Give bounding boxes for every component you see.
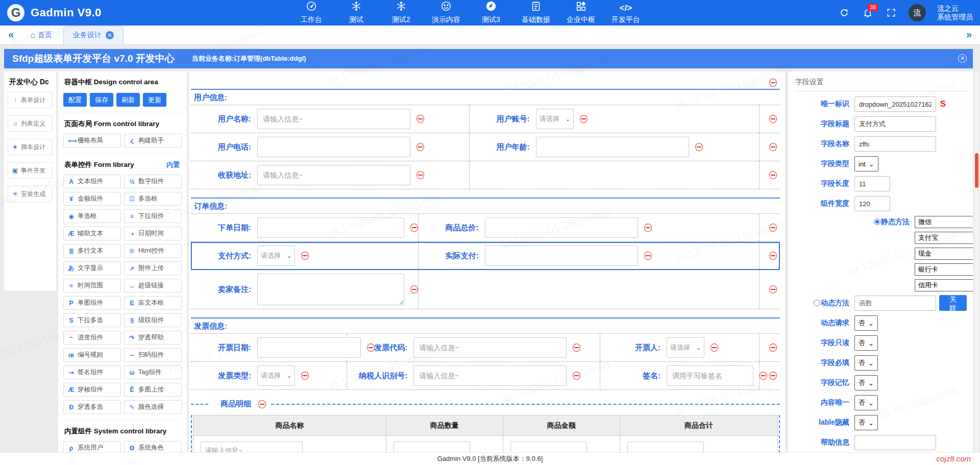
settings-select-字段记忆[interactable]: 否⌄	[854, 375, 878, 390]
action-button-配置[interactable]: 配置	[63, 93, 87, 107]
component-签名组件[interactable]: ⇝签名组件	[63, 365, 121, 379]
component-穿透帮助[interactable]: ↷穿透帮助	[124, 331, 182, 345]
field-input[interactable]	[413, 365, 567, 386]
remove-icon[interactable]	[410, 224, 418, 232]
remove-icon[interactable]	[769, 372, 777, 380]
remove-icon[interactable]	[416, 171, 424, 179]
form-row[interactable]: 下单日期:商品总价:	[191, 214, 780, 242]
settings-select-lable隐藏[interactable]: 否⌄	[854, 415, 878, 430]
remove-icon[interactable]	[769, 252, 777, 260]
remove-icon[interactable]	[301, 252, 309, 260]
form-row[interactable]: 用户电话:用户年龄:	[191, 133, 780, 161]
action-button-刷新[interactable]: 刷新	[116, 93, 140, 107]
form-row[interactable]: 收获地址:	[191, 161, 780, 189]
component-多选框[interactable]: ☑多选框	[124, 192, 182, 206]
sidebar-item-安装生成[interactable]: ✳安装生成	[8, 186, 53, 202]
top-nav-item-3[interactable]: 测试2	[381, 0, 422, 28]
static-option-input[interactable]	[915, 279, 973, 291]
remove-icon[interactable]	[573, 344, 580, 352]
refresh-icon[interactable]	[838, 7, 850, 19]
table-cell-input[interactable]	[510, 442, 587, 452]
remove-icon[interactable]	[760, 372, 767, 380]
top-nav-item-2[interactable]: 测试	[336, 0, 377, 28]
settings-input-字段标题[interactable]	[854, 116, 936, 132]
component-附件上传[interactable]: ⇗附件上传	[124, 261, 182, 275]
component-Html控件[interactable]: ©Html控件	[124, 244, 182, 258]
user-info[interactable]: 流之云 系统管理员	[937, 4, 973, 21]
static-option-input[interactable]	[915, 216, 973, 228]
sidebar-item-表单设计[interactable]: ↑表单设计	[8, 92, 53, 108]
component-下拉多选[interactable]: S下拉多选	[63, 313, 121, 327]
notifications-bell-icon[interactable]: 39	[862, 7, 874, 19]
form-row[interactable]: 支付方式:请选择⌄实际支付:	[191, 242, 780, 270]
remove-icon[interactable]	[416, 115, 424, 123]
field-select[interactable]: 请选择⌄	[257, 246, 295, 266]
remove-icon[interactable]	[769, 285, 777, 293]
remove-icon[interactable]	[769, 143, 777, 151]
settings-select-内容唯一[interactable]: 否⌄	[854, 395, 878, 410]
settings-select-动态请求[interactable]: 否⌄	[854, 315, 878, 331]
remove-icon[interactable]	[416, 143, 424, 151]
dynamic-function-input[interactable]	[854, 296, 936, 311]
table-cell-input[interactable]	[394, 442, 470, 452]
settings-select-字段类型[interactable]: int⌄	[854, 156, 878, 172]
field-select[interactable]: 请选择⌄	[667, 337, 704, 358]
component-富文本框[interactable]: E富文本框	[124, 296, 182, 310]
system-component-系统用户[interactable]: ρ系统用户	[63, 441, 121, 452]
tab-close-icon[interactable]: ✕	[106, 31, 114, 39]
component-文字显示[interactable]: あ文字显示	[63, 261, 121, 275]
radio-unselected-icon[interactable]	[814, 300, 820, 306]
component-辅助文本[interactable]: Æ辅助文本	[63, 227, 121, 240]
tab-home[interactable]: ⌂ 首页	[22, 31, 63, 44]
component-单图组件[interactable]: P单图组件	[63, 296, 121, 310]
sidebar-item-事件开发[interactable]: ▣事件开发	[8, 162, 53, 179]
top-nav-item-8[interactable]: </>开发平台	[605, 1, 646, 28]
top-nav-item-6[interactable]: 基础数据	[516, 0, 556, 28]
component-进度组件[interactable]: ~进度组件	[63, 331, 121, 345]
component-金额组件[interactable]: ¥金额组件	[63, 192, 121, 206]
component-穿透多选[interactable]: Ð穿透多选	[63, 400, 121, 414]
vertical-scrollbar[interactable]	[974, 71, 979, 452]
user-avatar[interactable]: 流	[909, 4, 926, 21]
component-时间范围[interactable]: ≈时间范围	[63, 279, 121, 292]
form-row[interactable]: 发票类型:请选择⌄纳税人识别号:签名:	[191, 362, 780, 390]
component-多行文本[interactable]: ≣多行文本	[63, 244, 121, 258]
static-option-input[interactable]	[915, 232, 973, 244]
remove-icon[interactable]	[695, 143, 703, 151]
component-超级链接[interactable]: ↔超级链接	[124, 279, 182, 292]
scrollbar-thumb[interactable]	[975, 153, 978, 188]
field-textarea[interactable]	[257, 274, 404, 305]
form-row[interactable]: 卖家备注:	[191, 270, 780, 309]
action-button-保存[interactable]: 保存	[90, 93, 113, 107]
layout-item-构建助手[interactable]: ς构建助手	[124, 134, 182, 148]
top-nav-item-7[interactable]: 企业中枢	[560, 0, 601, 28]
field-input[interactable]	[485, 217, 638, 238]
component-数字组件[interactable]: ½数字组件	[124, 175, 182, 188]
tabs-collapse-right[interactable]: »	[958, 29, 980, 44]
form-row[interactable]: 用户名称:用户账号:请选择⌄	[191, 105, 780, 133]
tabs-collapse-left[interactable]: «	[0, 29, 22, 44]
component-穿梭组件[interactable]: Æ穿梭组件	[63, 383, 121, 397]
component-单选框[interactable]: ◉单选框	[63, 209, 121, 223]
top-nav-item-5[interactable]: 测试3	[471, 0, 511, 28]
remove-icon[interactable]	[644, 252, 652, 260]
remove-icon[interactable]	[367, 344, 375, 352]
system-component-系统角色[interactable]: Θ系统角色	[124, 441, 182, 452]
remove-icon[interactable]	[769, 344, 777, 352]
component-Tag组件[interactable]: ωTag组件	[124, 365, 182, 379]
remove-icon[interactable]	[769, 115, 777, 123]
remove-icon[interactable]	[580, 115, 587, 123]
field-select[interactable]: 请选择⌄	[257, 365, 295, 386]
field-input[interactable]	[257, 137, 410, 157]
top-nav-item-4[interactable]: 演示内容	[426, 0, 467, 28]
sidebar-item-列表定义[interactable]: ♫列表定义	[8, 115, 53, 132]
table-cell-input[interactable]	[201, 442, 303, 452]
settings-input-组件宽度[interactable]	[854, 196, 890, 211]
remove-icon[interactable]	[644, 224, 652, 232]
action-button-更新[interactable]: 更新	[143, 93, 166, 107]
settings-select-字段必填[interactable]: 否⌄	[854, 355, 878, 371]
fullscreen-icon[interactable]	[885, 7, 897, 19]
tab-business-design[interactable]: 业务设计 ✕	[63, 26, 124, 44]
component-扫码组件[interactable]: ∼扫码组件	[124, 348, 182, 362]
field-input[interactable]	[257, 217, 404, 238]
